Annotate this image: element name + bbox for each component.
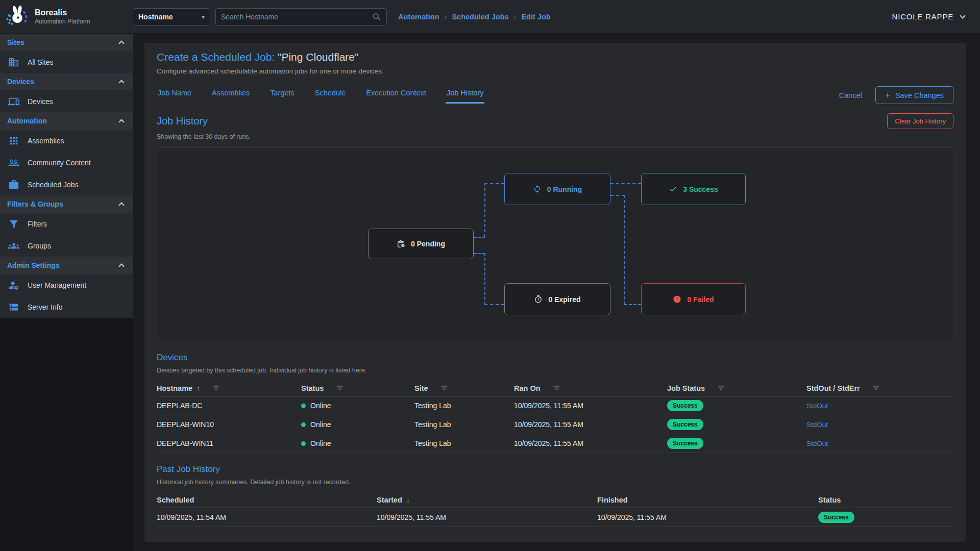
column-status[interactable]: Status — [301, 384, 414, 392]
save-changes-button[interactable]: + Save Changes — [875, 86, 953, 104]
connector-line — [624, 195, 625, 305]
page-title: Create a Scheduled Job: "Ping Cloudflare… — [157, 51, 953, 63]
sidebar-item-community-content[interactable]: Community Content — [0, 152, 133, 173]
stdout-link[interactable]: StdOut — [806, 421, 828, 429]
stdout-cell: StdOut — [806, 421, 953, 429]
online-dot-icon — [301, 422, 306, 427]
tab-targets[interactable]: Targets — [269, 87, 296, 104]
column-stdout-stderr[interactable]: StdOut / StdErr — [806, 384, 953, 392]
sidebar-item-assemblies[interactable]: Assemblies — [0, 130, 133, 152]
device-table-row: DEEPLAB-WIN10 Online Testing Lab 10/09/2… — [157, 415, 953, 434]
sync-icon — [533, 185, 542, 193]
tab-assemblies[interactable]: Assemblies — [211, 87, 251, 104]
column-finished[interactable]: Finished — [597, 496, 818, 504]
status-cell: Success — [818, 512, 953, 523]
briefcase-icon — [8, 179, 19, 190]
filter-menu-icon[interactable] — [440, 384, 448, 392]
sort-asc-icon: ↑ — [197, 384, 200, 392]
column-started[interactable]: Started ↓ — [377, 496, 597, 504]
sidebar-item-devices[interactable]: Devices — [0, 90, 133, 112]
connector-line — [484, 183, 485, 237]
sidebar-section-automation[interactable]: Automation — [0, 112, 133, 130]
sidebar-section-filters-groups[interactable]: Filters & Groups — [0, 195, 133, 213]
groups-icon — [8, 240, 19, 252]
filter-menu-icon[interactable] — [336, 384, 344, 392]
job-status-flow-diagram: 0 Pending 0 Running 3 Success — [157, 147, 953, 339]
plus-icon: + — [885, 91, 890, 99]
job-history-heading: Job History — [157, 115, 208, 127]
sidebar-item-scheduled-jobs[interactable]: Scheduled Jobs — [0, 173, 133, 195]
status-badge: Success — [667, 419, 703, 430]
breadcrumb-separator: › — [514, 13, 517, 21]
check-icon — [669, 185, 677, 193]
filter-menu-icon[interactable] — [553, 384, 560, 392]
status-cell: Online — [301, 420, 414, 429]
column-scheduled[interactable]: Scheduled — [157, 496, 377, 504]
column-ran-on[interactable]: Ran On — [514, 384, 667, 392]
page-subtitle: Configure advanced schedulable automatio… — [157, 67, 953, 75]
devices-table-header: Hostname ↑ Status Site Ran On — [157, 380, 953, 396]
column-job-status[interactable]: Job Status — [667, 384, 806, 392]
status-cell: Online — [301, 402, 414, 410]
breadcrumb-scheduled-jobs[interactable]: Scheduled Jobs — [452, 13, 508, 21]
hostname-filter-select[interactable]: Hostname ▾ — [133, 8, 210, 26]
sidebar-section-sites[interactable]: Sites — [0, 34, 133, 51]
breadcrumb-automation[interactable]: Automation — [398, 13, 439, 21]
server-icon — [8, 302, 19, 313]
sidebar-item-server-info[interactable]: Server Info — [0, 296, 133, 318]
chevron-up-icon — [118, 202, 124, 208]
tabs: Job Name Assemblies Targets Schedule Exe… — [157, 87, 839, 104]
user-name: NICOLE RAPPE — [892, 12, 953, 21]
user-menu[interactable]: NICOLE RAPPE — [892, 12, 980, 21]
connector-line — [484, 304, 504, 305]
cancel-button[interactable]: Cancel — [839, 91, 862, 99]
job-history-description: Showing the last 30 days of runs. — [157, 133, 953, 140]
tab-job-history[interactable]: Job History — [446, 87, 485, 104]
clear-job-history-button[interactable]: Clear Job History — [887, 113, 953, 129]
sidebar-section-devices[interactable]: Devices — [0, 73, 133, 90]
clipboard-clock-icon — [397, 240, 405, 248]
stdout-cell: StdOut — [806, 440, 953, 447]
tab-execution-context[interactable]: Execution Context — [365, 87, 427, 104]
expired-status-box: 0 Expired — [504, 283, 610, 315]
site-cell: Testing Lab — [414, 402, 514, 410]
stdout-link[interactable]: StdOut — [806, 440, 828, 447]
connector-line — [610, 195, 625, 196]
online-dot-icon — [301, 441, 306, 446]
tab-schedule[interactable]: Schedule — [314, 87, 347, 104]
sidebar-item-filters[interactable]: Filters — [0, 213, 133, 235]
status-cell: Online — [301, 439, 414, 447]
caret-down-icon: ▾ — [202, 13, 205, 20]
devices-description: Devices targeted by this scheduled job. … — [157, 367, 953, 374]
hostname-filter-value: Hostname — [138, 13, 173, 21]
device-table-row: DEEPLAB-WIN11 Online Testing Lab 10/09/2… — [157, 434, 953, 453]
search-icon[interactable] — [372, 12, 381, 21]
hostname-cell: DEEPLAB-DC — [157, 402, 301, 410]
started-cell: 10/09/2025, 11:55 AM — [377, 513, 597, 521]
ran-on-cell: 10/09/2025, 11:55 AM — [514, 420, 667, 429]
chevron-up-icon — [118, 40, 124, 46]
filter-menu-icon[interactable] — [872, 384, 880, 392]
filter-menu-icon[interactable] — [212, 384, 220, 392]
tabs-row: Job Name Assemblies Targets Schedule Exe… — [157, 86, 953, 104]
filter-menu-icon[interactable] — [717, 384, 725, 392]
sidebar-section-admin-settings[interactable]: Admin Settings — [0, 257, 133, 274]
borealis-app: Borealis Automation Platform Hostname ▾ … — [0, 0, 980, 551]
tab-job-name[interactable]: Job Name — [157, 87, 192, 104]
column-site[interactable]: Site — [414, 384, 514, 392]
sidebar-item-all-sites[interactable]: All Sites — [0, 51, 133, 73]
sidebar-item-groups[interactable]: Groups — [0, 235, 133, 257]
running-status-box: 0 Running — [504, 173, 610, 205]
brand-name: Borealis — [35, 8, 90, 17]
column-hostname[interactable]: Hostname ↑ — [157, 384, 301, 392]
search-input[interactable] — [221, 13, 372, 21]
stdout-link[interactable]: StdOut — [806, 402, 828, 410]
user-gear-icon — [8, 280, 19, 291]
top-bar: Borealis Automation Platform Hostname ▾ … — [0, 0, 980, 34]
column-status[interactable]: Status — [818, 496, 953, 504]
sort-desc-icon: ↓ — [406, 496, 410, 504]
sidebar-item-user-management[interactable]: User Management — [0, 274, 133, 296]
devices-icon — [8, 96, 19, 107]
breadcrumb-edit-job[interactable]: Edit Job — [521, 13, 550, 21]
hostname-cell: DEEPLAB-WIN11 — [157, 439, 301, 447]
